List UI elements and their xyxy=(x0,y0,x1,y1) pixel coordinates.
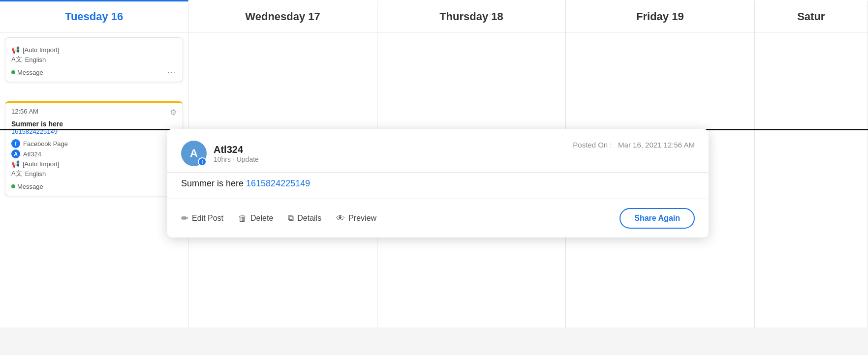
popup-user-info: A f Atl324 10hrs · Update xyxy=(181,141,259,166)
post-detail-popup: A f Atl324 10hrs · Update Posted On : Ma… xyxy=(167,129,709,237)
calendar-header: Tuesday 16 Wednesday 17 Thursday 18 Frid… xyxy=(0,0,868,32)
card2-top: 12:56 AM ⚙ xyxy=(11,108,177,117)
preview-button[interactable]: 👁 Preview xyxy=(336,213,376,224)
author-row: A Atl324 xyxy=(11,149,177,158)
green-dot-1 xyxy=(11,70,15,74)
auto-import-row-1: 📢 [Auto Import] xyxy=(11,46,177,54)
language-icon-1: A文 xyxy=(11,55,22,64)
details-button[interactable]: ⧉ Details xyxy=(288,213,321,223)
green-dot-2 xyxy=(11,184,15,188)
edit-icon: ✏ xyxy=(181,213,188,224)
popup-sub-info: 10hrs · Update xyxy=(214,155,259,163)
popup-posted-date: Posted On : Mar 16, 2021 12:56 AM xyxy=(573,141,695,149)
language-row-2: A文 English xyxy=(11,169,177,178)
card-footer-1: Message ··· xyxy=(11,68,177,77)
popup-user-details: Atl324 10hrs · Update xyxy=(214,144,259,163)
day-header-thursday[interactable]: Thursday 18 xyxy=(377,0,566,32)
day-header-saturday[interactable]: Satur xyxy=(755,0,868,32)
saturday-column xyxy=(755,32,868,327)
popup-header: A f Atl324 10hrs · Update Posted On : Ma… xyxy=(167,129,709,172)
card2-meta: 12:56 AM xyxy=(11,108,38,115)
popup-phone-link[interactable]: 1615824225149 xyxy=(246,178,310,188)
megaphone-icon-2: 📢 xyxy=(11,160,20,168)
language-icon-2: A文 xyxy=(11,169,22,178)
author-avatar-small: A xyxy=(11,149,20,158)
gear-icon[interactable]: ⚙ xyxy=(170,108,177,117)
card-footer-2: Message ·· xyxy=(11,182,177,191)
facebook-icon: f xyxy=(11,139,20,148)
megaphone-icon-1: 📢 xyxy=(11,46,20,54)
message-status-2: Message xyxy=(11,183,43,190)
popup-username: Atl324 xyxy=(214,144,259,155)
day-header-friday[interactable]: Friday 19 xyxy=(566,0,754,32)
language-row-1: A文 English xyxy=(11,55,177,64)
post-card-1: 📢 [Auto Import] A文 English Message ··· xyxy=(5,37,183,82)
trash-icon: 🗑 xyxy=(238,213,247,224)
post-title: Summer is here xyxy=(11,120,177,128)
message-status-1: Message xyxy=(11,69,43,76)
popup-actions: ✏ Edit Post 🗑 Delete ⧉ Details 👁 Preview… xyxy=(167,199,709,237)
share-again-button[interactable]: Share Again xyxy=(620,208,695,229)
delete-button[interactable]: 🗑 Delete xyxy=(238,213,273,224)
post-time: 12:56 AM xyxy=(11,108,38,115)
popup-avatar: A f xyxy=(181,141,207,166)
edit-post-button[interactable]: ✏ Edit Post xyxy=(181,213,223,224)
popup-post-text: Summer is here 1615824225149 xyxy=(181,178,310,188)
auto-import-row-2: 📢 [Auto Import] xyxy=(11,160,177,168)
popup-body: Summer is here 1615824225149 xyxy=(167,172,709,199)
eye-icon: 👁 xyxy=(336,213,345,224)
day-header-wednesday[interactable]: Wednesday 17 xyxy=(188,0,377,32)
tuesday-column: 📢 [Auto Import] A文 English Message ··· xyxy=(0,32,188,327)
post-card-2: 12:56 AM ⚙ Summer is here 1615824225149 … xyxy=(5,101,183,196)
facebook-overlay-icon: f xyxy=(198,157,207,166)
details-icon: ⧉ xyxy=(288,213,294,223)
day-header-tuesday[interactable]: Tuesday 16 xyxy=(0,0,188,32)
more-menu-1[interactable]: ··· xyxy=(167,68,177,77)
platform-row: f Facebook Page xyxy=(11,139,177,148)
